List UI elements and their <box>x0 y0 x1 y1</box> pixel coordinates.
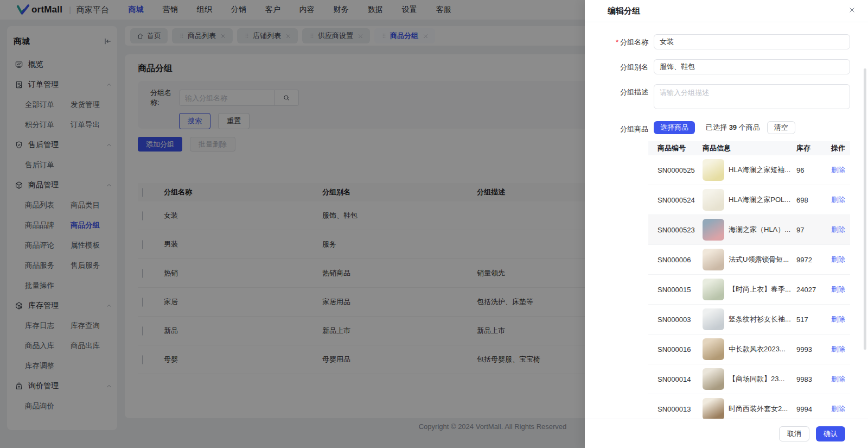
product-table-header: 商品编号 商品信息 库存 操作 <box>648 141 850 155</box>
product-title: 时尚西装外套女2... <box>729 404 788 414</box>
cell-product-sn: SN0000524 <box>648 196 703 204</box>
product-thumbnail <box>703 249 724 270</box>
confirm-button[interactable]: 确认 <box>816 426 845 441</box>
product-row: SN0000525 HLA海澜之家短袖... 96 删除 <box>648 155 850 185</box>
product-thumbnail <box>703 398 724 419</box>
delete-link[interactable]: 删除 <box>831 315 845 323</box>
cell-product-stock: 9972 <box>796 256 831 264</box>
drawer-footer: 取消 确认 <box>585 419 868 448</box>
product-title: HLA海澜之家短袖... <box>729 165 790 175</box>
cell-product-stock: 97 <box>796 226 831 234</box>
delete-link[interactable]: 删除 <box>831 166 845 174</box>
cell-product-stock: 96 <box>796 166 831 174</box>
product-thumbnail <box>703 219 724 241</box>
delete-link[interactable]: 删除 <box>831 375 845 383</box>
delete-link[interactable]: 删除 <box>831 225 845 234</box>
edit-group-drawer: 编辑分组 *分组名称 分组别名 分组描述 分组商品 <box>585 0 868 448</box>
product-thumbnail <box>703 338 724 360</box>
cell-product-stock: 9983 <box>796 375 831 383</box>
cell-product-stock: 698 <box>796 196 831 204</box>
cell-product-sn: SN0000525 <box>648 166 703 174</box>
product-row: SN0000524 HLA海澜之家POL... 698 删除 <box>648 185 850 215</box>
product-row: SN000015 【时尚上衣】春季... 24027 删除 <box>648 275 850 305</box>
selected-count-text: 已选择 39 个商品 <box>706 123 760 132</box>
product-table: 商品编号 商品信息 库存 操作 SN0000525 HLA海澜之家短袖... 9… <box>648 141 850 419</box>
product-title: HLA海澜之家POL... <box>729 195 790 205</box>
delete-link[interactable]: 删除 <box>831 345 845 353</box>
product-row: SN000014 【商场同款】23... 9983 删除 <box>648 364 850 394</box>
cell-product-sn: SN000014 <box>648 375 703 383</box>
clear-button[interactable]: 清空 <box>767 121 795 134</box>
product-row: SN000016 中长款风衣2023... 9993 删除 <box>648 335 850 364</box>
delete-link[interactable]: 删除 <box>831 195 845 204</box>
cell-product-stock: 24027 <box>796 286 831 294</box>
cell-product-sn: SN0000523 <box>648 226 703 234</box>
field-label-desc: 分组描述 <box>608 84 648 111</box>
selected-count: 39 <box>729 123 737 131</box>
delete-link[interactable]: 删除 <box>831 405 845 413</box>
product-thumbnail <box>703 368 724 390</box>
group-alias-input[interactable] <box>654 59 850 74</box>
cell-product-stock: 9993 <box>796 345 831 354</box>
cell-product-sn: SN000013 <box>648 405 703 413</box>
product-thumbnail <box>703 159 724 181</box>
close-icon[interactable] <box>848 6 856 14</box>
column-product-stock: 库存 <box>796 143 831 153</box>
product-title: 海澜之家（HLA）... <box>729 225 790 235</box>
product-title: 【商场同款】23... <box>729 374 784 384</box>
drawer-body: *分组名称 分组别名 分组描述 分组商品 选择商品 已选择 39 个商品 <box>585 22 868 419</box>
drawer-scrollbar[interactable] <box>864 68 866 350</box>
field-label-alias: 分组别名 <box>608 59 648 74</box>
select-products-button[interactable]: 选择商品 <box>654 121 695 134</box>
product-row: SN0000523 海澜之家（HLA）... 97 删除 <box>648 215 850 245</box>
group-name-input[interactable] <box>654 34 850 49</box>
cell-product-sn: SN000015 <box>648 286 703 294</box>
delete-link[interactable]: 删除 <box>831 285 845 293</box>
product-thumbnail <box>703 189 724 211</box>
field-label-name: *分组名称 <box>608 34 648 49</box>
drawer-header: 编辑分组 <box>585 0 868 22</box>
product-row: SN000013 时尚西装外套女2... 9994 删除 <box>648 394 850 419</box>
delete-link[interactable]: 删除 <box>831 255 845 263</box>
product-title: 中长款风衣2023... <box>729 344 786 354</box>
cell-product-stock: 9994 <box>796 405 831 413</box>
column-product-sn: 商品编号 <box>648 143 703 153</box>
drawer-title: 编辑分组 <box>608 6 640 16</box>
product-thumbnail <box>703 308 724 330</box>
product-row: SN000006 法式U领露锁骨短... 9972 删除 <box>648 245 850 275</box>
cancel-button[interactable]: 取消 <box>779 426 809 441</box>
cell-product-stock: 517 <box>796 316 831 324</box>
column-product-action: 操作 <box>831 143 850 153</box>
cell-product-sn: SN000016 <box>648 345 703 354</box>
product-title: 竖条纹衬衫女长袖... <box>729 314 791 324</box>
cell-product-sn: SN000006 <box>648 256 703 264</box>
required-asterisk: * <box>616 38 618 46</box>
product-title: 【时尚上衣】春季... <box>729 285 791 294</box>
column-product-info: 商品信息 <box>703 143 796 153</box>
product-table-body: SN0000525 HLA海澜之家短袖... 96 删除 SN0000524 H… <box>648 155 850 419</box>
group-desc-textarea[interactable] <box>654 84 850 109</box>
product-row: SN000003 竖条纹衬衫女长袖... 517 删除 <box>648 305 850 335</box>
cell-product-sn: SN000003 <box>648 316 703 324</box>
field-label-products: 分组商品 <box>608 121 648 419</box>
product-title: 法式U领露锁骨短... <box>729 255 789 264</box>
product-thumbnail <box>703 279 724 300</box>
